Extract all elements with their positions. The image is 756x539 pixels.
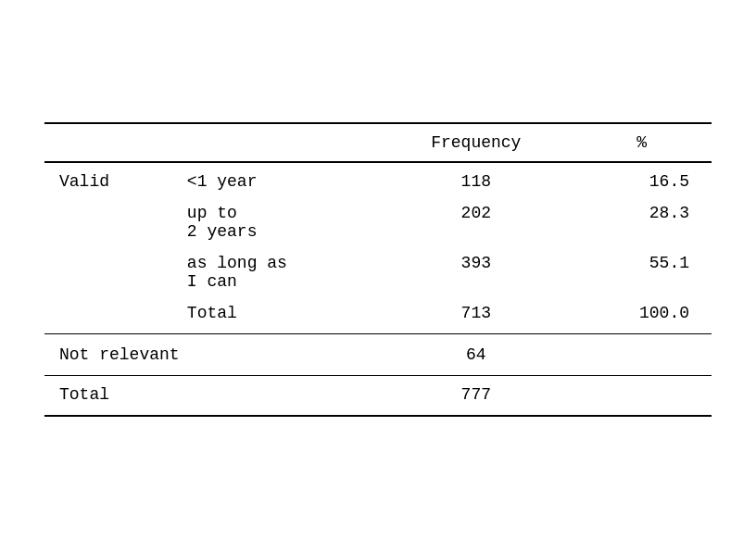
pct-lt1year: 16.5 xyxy=(572,162,712,196)
sublabel-line1b: as long as xyxy=(187,254,287,272)
not-relevant-row: Not relevant 64 xyxy=(44,334,712,376)
not-relevant-pct xyxy=(572,334,712,376)
valid-total-label: Total xyxy=(172,296,380,334)
table-row: Valid <1 year 118 16.5 xyxy=(44,162,712,196)
statistics-table: Frequency % Valid <1 year 118 16.5 up to… xyxy=(44,122,712,417)
sublabel-lt1year: <1 year xyxy=(172,162,380,196)
grand-total-pct xyxy=(572,376,712,417)
sublabel-line1: up to xyxy=(187,204,237,222)
sublabel-line2: 2 years xyxy=(187,222,258,241)
pct-aslongasican: 55.1 xyxy=(572,246,712,296)
header-frequency: Frequency xyxy=(380,123,572,162)
grand-total-row: Total 777 xyxy=(44,376,712,417)
pct-upto2years: 28.3 xyxy=(572,196,712,246)
not-relevant-freq: 64 xyxy=(380,334,572,376)
grand-total-freq: 777 xyxy=(380,376,572,417)
freq-upto2years: 202 xyxy=(380,196,572,246)
header-empty xyxy=(44,123,380,162)
not-relevant-label: Not relevant xyxy=(44,334,380,376)
valid-total-pct: 100.0 xyxy=(572,296,712,334)
grand-total-label: Total xyxy=(44,376,380,417)
sublabel-aslongasican: as long as I can xyxy=(172,246,380,296)
valid-total-freq: 713 xyxy=(380,296,572,334)
freq-lt1year: 118 xyxy=(380,162,572,196)
header-percent: % xyxy=(572,123,712,162)
freq-aslongasican: 393 xyxy=(380,246,572,296)
sublabel-line2b: I can xyxy=(187,272,237,291)
valid-label: Valid xyxy=(44,162,172,334)
sublabel-upto2years: up to 2 years xyxy=(172,196,380,246)
